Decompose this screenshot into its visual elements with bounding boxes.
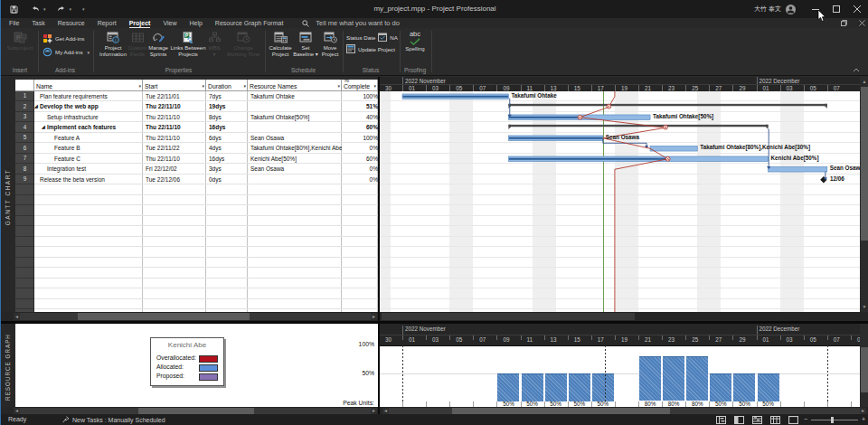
task-start-cell[interactable]: Thu 22/11/10	[143, 122, 206, 133]
zoom-in-icon[interactable]: +	[862, 414, 865, 425]
new-tasks-indicator[interactable]: New Tasks : Manually Scheduled	[62, 414, 165, 425]
allocation-bar[interactable]	[639, 356, 661, 401]
task-name-cell[interactable]: Plan feature requirements	[34, 91, 141, 102]
scroll-left-icon[interactable]: ◄	[14, 408, 20, 414]
tab-resource-graph-format[interactable]: Resource Graph Format	[209, 18, 289, 28]
task-name-cell[interactable]: ◢Implement each features	[34, 122, 141, 133]
task-usage-view-icon[interactable]	[733, 416, 745, 424]
update-project-button[interactable]: Update Project	[346, 44, 395, 53]
allocation-bar[interactable]	[497, 373, 519, 401]
task-name-cell[interactable]: Feature A	[34, 133, 141, 144]
task-pct-cell[interactable]: 51%	[342, 101, 378, 112]
task-dur-cell[interactable]: 6dys	[206, 133, 248, 144]
allocation-bar[interactable]	[710, 373, 731, 401]
legend-h-scrollbar[interactable]: ◄►	[1, 407, 378, 414]
ribbon-button-my-add-ins[interactable]: My Add-ins▾	[42, 47, 90, 57]
row-id-cell[interactable]: 7	[15, 154, 34, 164]
task-start-cell[interactable]: Thu 22/11/10	[143, 133, 206, 144]
scrollbar-thumb[interactable]	[452, 408, 670, 414]
tab-task[interactable]: Task	[25, 18, 51, 28]
allocation-bar[interactable]	[522, 373, 543, 401]
doc-close-icon[interactable]	[859, 20, 865, 26]
task-res-cell[interactable]	[248, 122, 342, 133]
tab-help[interactable]: Help	[183, 18, 208, 28]
task-start-cell[interactable]: Tue 22/12/06	[143, 175, 206, 185]
task-name-cell[interactable]: ◢Develop the web app	[34, 101, 141, 112]
row-id-cell[interactable]: 8	[15, 164, 34, 174]
task-res-cell[interactable]: Kenichi Abe[50%]	[248, 154, 342, 165]
zoom-thumb[interactable]	[831, 417, 834, 423]
task-name-cell[interactable]: Integration test	[34, 164, 141, 175]
tab-project[interactable]: Project	[123, 18, 157, 28]
task-res-cell[interactable]: Takafumi Ohtake	[248, 91, 342, 102]
tab-view[interactable]: View	[156, 18, 183, 28]
zoom-slider[interactable]: −+	[804, 414, 865, 425]
ribbon-button-move[interactable]: Move Project	[312, 31, 348, 58]
report-view-icon[interactable]	[788, 416, 799, 424]
scrollbar-thumb[interactable]	[138, 408, 254, 414]
task-pct-cell[interactable]: 100%	[342, 133, 378, 144]
spelling-button[interactable]: abcSpelling	[400, 31, 430, 52]
task-name-cell[interactable]: Feature C	[34, 154, 141, 165]
table-h-scrollbar[interactable]: ◄►	[1, 312, 378, 321]
task-dur-cell[interactable]: 19dys	[206, 101, 248, 112]
task-res-cell[interactable]	[248, 175, 342, 185]
resource-v-scrollbar[interactable]	[860, 324, 868, 407]
allocation-bar[interactable]	[592, 373, 614, 401]
team-planner-view-icon[interactable]	[751, 416, 763, 424]
tab-resource[interactable]: Resource	[52, 18, 91, 28]
task-dur-cell[interactable]: 8dys	[206, 112, 248, 123]
allocation-bar[interactable]	[686, 356, 708, 401]
task-start-cell[interactable]: Tue 22/11/22	[143, 143, 206, 154]
task-start-cell[interactable]: Fri 22/12/02	[143, 164, 206, 175]
task-pct-cell[interactable]: 0%	[342, 175, 378, 185]
task-pct-cell[interactable]: 60%	[342, 154, 378, 165]
column-header--complete[interactable]: % Complete▾	[342, 80, 378, 91]
gantt-view-icon[interactable]	[715, 416, 727, 424]
task-name-cell[interactable]: Feature B	[34, 143, 141, 154]
row-id-cell[interactable]: 9	[15, 175, 34, 184]
gantt-v-scrollbar[interactable]: ▲▼	[860, 77, 868, 312]
scroll-left-icon[interactable]: ◄	[14, 313, 20, 320]
task-pct-cell[interactable]: 60%	[342, 122, 378, 133]
row-id-cell[interactable]: 2	[15, 101, 34, 111]
task-start-cell[interactable]: Tue 22/11/01	[143, 91, 206, 102]
filter-caret-icon[interactable]: ▾	[243, 83, 246, 90]
column-header-duration[interactable]: Duration▾	[206, 80, 248, 91]
row-id-cell[interactable]: 3	[15, 112, 34, 122]
task-start-cell[interactable]: Thu 22/11/10	[143, 154, 206, 165]
task-dur-cell[interactable]: 7dys	[206, 91, 248, 102]
resource-h-scrollbar[interactable]: ◄►	[380, 407, 868, 414]
task-start-cell[interactable]: Thu 22/11/10	[143, 101, 206, 112]
task-dur-cell[interactable]: 16dys	[206, 154, 248, 165]
filter-caret-icon[interactable]: ▾	[373, 83, 376, 90]
tab-file[interactable]: File	[3, 18, 25, 28]
doc-restore-icon[interactable]	[841, 20, 847, 26]
filter-caret-icon[interactable]: ▾	[337, 83, 340, 90]
zoom-track[interactable]	[811, 420, 858, 420]
task-res-cell[interactable]	[248, 101, 342, 112]
zoom-out-icon[interactable]: −	[804, 414, 807, 425]
row-id-cell[interactable]: 5	[15, 133, 34, 143]
task-pct-cell[interactable]: 40%	[342, 112, 378, 123]
scroll-down-icon[interactable]: ▼	[861, 304, 868, 310]
collapse-triangle-icon[interactable]: ◢	[42, 122, 45, 132]
task-name-cell[interactable]: Setup infrastructure	[34, 112, 141, 123]
collapse-ribbon-icon[interactable]	[853, 68, 862, 74]
row-id-cell[interactable]: 4	[15, 122, 34, 132]
ribbon-button-get-add-ins[interactable]: Get Add-ins	[42, 33, 84, 43]
status-date-icon[interactable]	[378, 33, 387, 42]
scroll-right-icon[interactable]: ►	[371, 313, 377, 320]
task-dur-cell[interactable]: 3dys	[206, 164, 248, 175]
resource-sheet-view-icon[interactable]	[769, 416, 781, 424]
scrollbar-thumb[interactable]	[78, 313, 250, 320]
row-id-cell[interactable]: 1	[15, 91, 34, 101]
close-button[interactable]	[846, 0, 867, 18]
chart-h-scrollbar[interactable]	[380, 312, 868, 321]
task-dur-cell[interactable]: 4dys	[206, 143, 248, 154]
task-res-cell[interactable]: Sean Osawa	[248, 164, 342, 175]
tell-me-search[interactable]: Tell me what you want to do	[302, 19, 400, 27]
scroll-left-icon[interactable]: ◄	[382, 408, 389, 414]
scrollbar-thumb[interactable]	[861, 347, 868, 392]
task-res-cell[interactable]: Takafumi Ohtake[50%]	[248, 112, 342, 123]
